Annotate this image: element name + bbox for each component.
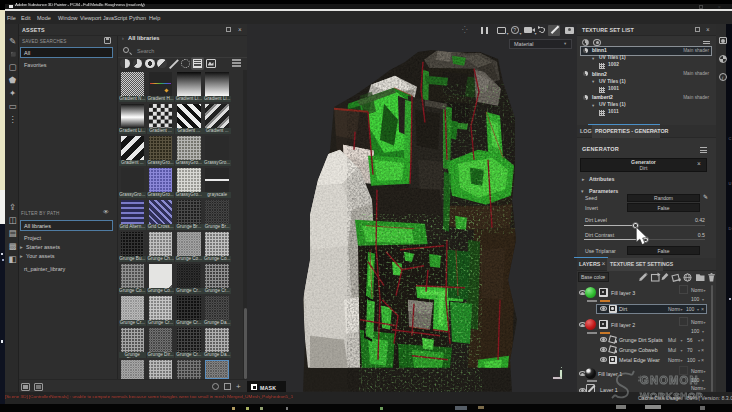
svg-text:THE: THE [637, 375, 641, 383]
svg-text:GNOMON: GNOMON [640, 374, 699, 386]
